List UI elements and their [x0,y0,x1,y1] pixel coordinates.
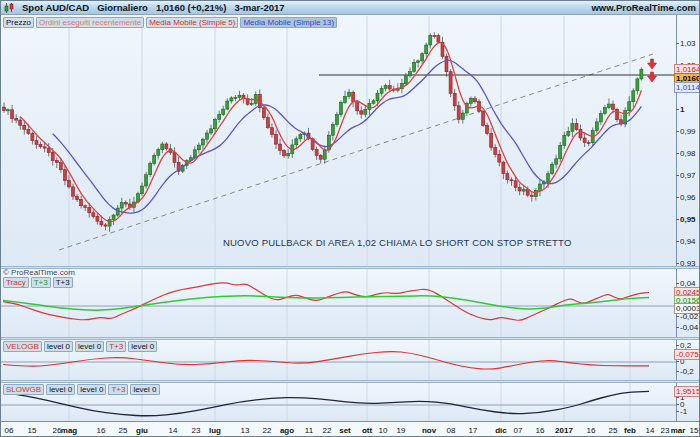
candlestick-icon [4,3,14,13]
slowgb-legend: SLOWGBlevel 0level 0T+3level 0 [3,384,160,395]
slowgb-series [1,391,676,415]
velogb-legend: VELOGBlevel 0level 0T+3level 0 [3,341,157,352]
velogb-legend-item-3[interactable]: T+3 [106,341,126,352]
time-tick: 22 [323,426,332,435]
time-tick: 15 [28,426,37,435]
time-tick: 16 [587,426,596,435]
time-tick: ott [362,426,372,435]
velogb-legend-item-4[interactable]: level 0 [128,341,157,352]
pane-splitter-3[interactable] [1,380,699,383]
prorealtime-link[interactable]: www.ProRealTime.com [591,2,696,13]
price-pane-legend: PrezzoOrdini eseguiti recentementeMedia … [3,17,337,28]
time-tick: 06 [5,426,14,435]
chart-titlebar[interactable]: Spot AUD/CAD Giornaliero 1,0160 (+0,21%)… [1,1,699,15]
slowgb-legend-item-0[interactable]: SLOWGB [3,384,44,395]
chart-annotation[interactable]: NUOVO PULLBACK DI AREA 1,02 CHIAMA LO SH… [223,237,571,248]
time-tick: 14 [646,426,655,435]
time-tick: 2017 [555,426,573,435]
time-tick: feb [624,426,636,435]
prorealtime-window: Spot AUD/CAD Giornaliero 1,0160 (+0,21%)… [0,0,700,437]
tracy-legend-item-1[interactable]: T+3 [31,277,51,288]
price-legend-item-2[interactable]: Media Mobile (Simple 5) [146,17,238,28]
time-tick: 10 [379,426,388,435]
time-axis[interactable]: 061526mag1625giu1423lug1322ago1122setott… [1,421,700,437]
price-legend-item-3[interactable]: Media Mobile (Simple 13) [240,17,337,28]
slowgb-legend-item-4[interactable]: level 0 [130,384,159,395]
instrument-title: Spot AUD/CAD [22,2,89,13]
pane-splitter-2[interactable] [1,337,699,340]
time-tick: 25 [609,426,618,435]
time-tick: 23 [661,426,670,435]
tracy-legend-item-0[interactable]: Tracy [3,277,29,288]
time-tick: 11 [305,426,313,435]
title-date: 3-mar-2017 [234,2,284,13]
time-tick: lug [209,426,221,435]
chart-canvas[interactable] [1,1,700,437]
time-tick: set [339,426,351,435]
slowgb-legend-item-3[interactable]: T+3 [108,384,128,395]
velogb-legend-item-0[interactable]: VELOGB [3,341,42,352]
time-tick: 25 [119,426,128,435]
time-tick: 08 [447,426,456,435]
time-tick: 16 [97,426,106,435]
time-tick: ago [280,426,294,435]
pane-splitter-1[interactable] [1,266,699,269]
sell-arrows[interactable] [648,59,657,82]
velogb-legend-item-2[interactable]: level 0 [75,341,104,352]
time-tick: 19 [397,426,406,435]
time-tick: 22 [263,426,272,435]
price-legend-item-1[interactable]: Ordini eseguiti recentemente [36,17,144,28]
time-tick: giu [136,426,148,435]
velogb-legend-item-1[interactable]: level 0 [44,341,73,352]
time-tick: 07 [514,426,523,435]
time-tick: 13 [241,426,250,435]
tracy-legend-item-2[interactable]: T+3 [53,277,73,288]
time-tick: mag [61,426,77,435]
time-tick: nov [422,426,436,435]
time-tick: 15 [690,426,699,435]
time-tick: mar [671,426,686,435]
ma5-line [20,43,641,222]
slowgb-legend-item-1[interactable]: level 0 [46,384,75,395]
price-legend-item-0[interactable]: Prezzo [3,17,34,28]
candlestick-series [3,32,643,232]
last-price-change: 1,0160 (+0,21%) [156,2,227,13]
timeframe-label: Giornaliero [97,2,148,13]
time-tick: dic [495,426,507,435]
time-tick: 16 [536,426,545,435]
slowgb-legend-item-2[interactable]: level 0 [77,384,106,395]
time-tick: 23 [192,426,201,435]
time-tick: 17 [469,426,478,435]
tracy-legend: TracyT+3T+3 [3,277,73,288]
velogb-series [1,352,676,369]
tracy-series [1,283,676,320]
time-tick: 14 [169,426,178,435]
